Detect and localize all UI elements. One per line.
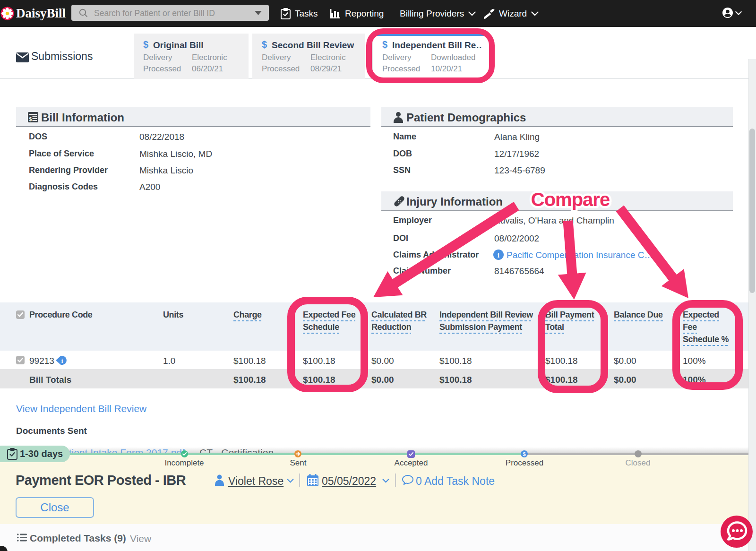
svg-text:i: i [61, 357, 63, 364]
svg-text:i: i [498, 252, 499, 259]
svg-text:$: $ [523, 451, 525, 457]
svg-text:$: $ [29, 116, 32, 122]
